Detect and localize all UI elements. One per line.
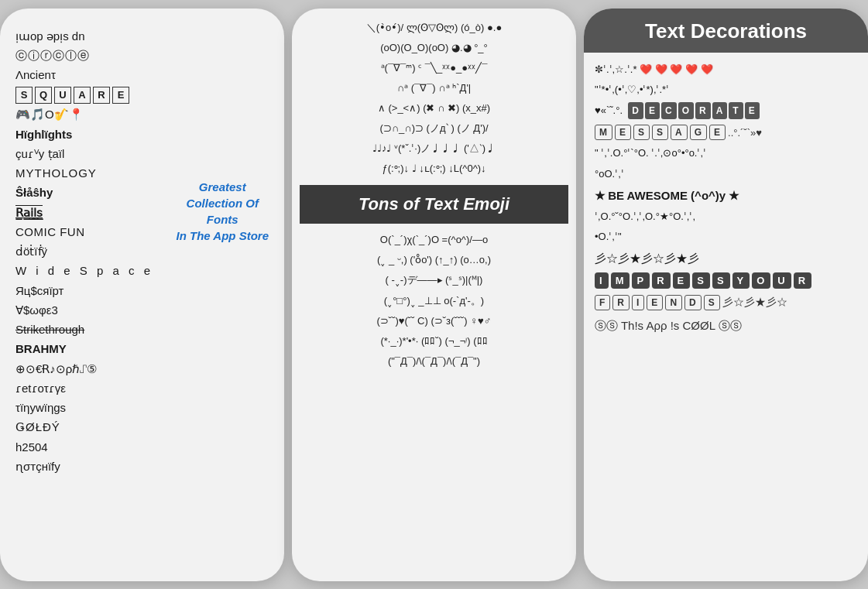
font-emoji: 🎮🎵O🎷📍 — [15, 105, 269, 123]
badge-e: E — [645, 102, 660, 120]
kaomoji-row: ＼(•̀o•́)/ ლ(ʘ▽ʘლ) (ó_ò) ●.● — [300, 19, 568, 36]
badge-g2: G — [690, 125, 707, 140]
cool-line: ⓢⓢ Th!s Aρρ !s CØØL ⓢⓢ — [595, 319, 857, 334]
sq-q: Q — [35, 87, 52, 104]
panel-decorations: Text Decorations ✼ˈ.ˈ,☆.ˈ.* ❤️ ❤️ ❤️ ❤️ … — [584, 9, 868, 581]
sq-a: A — [74, 87, 91, 104]
panel1-content: ᴉɯop ǝpᴉs dn ⓒⓘⓡⓒⓛⓔ Λncienτ S Q U A R E … — [0, 9, 284, 581]
font-widespace: W i d e S p a c e — [15, 262, 269, 279]
badge-c: C — [661, 102, 677, 120]
kaomoji-row: ᵃ(¯∇¯ᵐ) ᶜ ¯╲_ᵡᵡ●_●ᵡᵡ╱¯ — [300, 60, 568, 77]
panel3-header: Text Decorations — [584, 9, 868, 53]
friends-row: F R I E N D S 彡☆彡★彡☆ — [595, 295, 857, 310]
font-notch: ɳσтçнïfу — [15, 457, 269, 475]
badge-a2: A — [671, 125, 688, 140]
kaomoji-row: (*·_·)*'•*· (ﾛﾛ˘) (¬_¬ᵎ) (ﾛﾛ — [300, 333, 568, 350]
kaomoji-row: ♩♩♪♩ ᵛ(*ˇ.ˈ·)ノ♩♩♩ ('△ˋ)♩ — [300, 140, 568, 157]
kaomoji-row: (⊃˘˘)♥(˘˘ C) (⊃˘з(˘˘˘) ♀♥♂ — [300, 313, 568, 330]
deco-dot-o: •O.ˈ,ˈ" — [595, 229, 857, 245]
panel3-body: ✼ˈ.ˈ,☆.ˈ.* ❤️ ❤️ ❤️ ❤️ ❤️ "ˈ*•ˈ,(•ˈ,♡,•ˈ… — [584, 53, 868, 581]
fr-i: I — [632, 295, 644, 310]
font-goldy: ǤØŁÐÝ — [15, 418, 269, 436]
deco-quote: ♥«`˜.°. DECORATE — [595, 102, 857, 120]
imp-r2: R — [794, 272, 811, 289]
imp-s2: S — [712, 272, 730, 289]
badge-e4: E — [709, 125, 726, 140]
fr-d: D — [684, 295, 702, 310]
panel2-content: ＼(•̀o•́)/ ლ(ʘ▽ʘლ) (ó_ò) ●.● (oO)(O_O)(oO… — [292, 9, 576, 581]
font-dotify: ḋöṫïḟÿ — [15, 242, 269, 260]
kaomoji-row: (oO)(O_O)(oO) ◕.◕ °_° — [300, 39, 568, 57]
deco-star-pattern: ˈ,O.°˘°O.ˈ,ˈ,O.°★°O.ˈ,ˈ, — [595, 209, 857, 224]
imp-r: R — [652, 272, 670, 289]
imp-o: O — [752, 272, 770, 289]
sq-s: S — [15, 87, 33, 104]
kaomoji-scroll: ＼(•̀o•́)/ ლ(ʘ▽ʘლ) (ó_ò) ●.● (oO)(O_O)(oO… — [292, 9, 576, 581]
badge-e2: E — [745, 102, 760, 120]
deco-o-pattern2: °oO.ˈ,ˈ — [595, 166, 857, 182]
badge-a: A — [712, 102, 728, 120]
sq-u: U — [54, 87, 71, 104]
imp-m: M — [611, 272, 630, 289]
panel3-content: Text Decorations ✼ˈ.ˈ,☆.ˈ.* ❤️ ❤️ ❤️ ❤️ … — [584, 9, 868, 581]
font-dollar: ∀$ωφε3 — [15, 301, 269, 319]
kaomoji-row: (⊃∩_∩)⊃ (ノдˋ) (ノ Д')/ — [300, 120, 568, 137]
font-script: Яц$сяïрт — [15, 282, 269, 300]
imp-i: I — [595, 272, 609, 289]
font-curvy: çuɾⱽy ṭaïl — [15, 145, 269, 163]
badge-d: D — [628, 102, 643, 120]
kaomoji-row: ( -ˬ-)デ——▸ (ˢ_ˢ)|(ᴹ|) — [300, 272, 568, 289]
promo-line4: In The App Store — [177, 228, 269, 244]
deco-samurai: 彡☆彡★彡☆彡★彡 — [595, 249, 857, 267]
font-strike: Strikethrough — [15, 320, 269, 338]
badge-s2: S — [652, 125, 668, 140]
impress-row: I M P R E S S Y O U R — [595, 272, 857, 289]
panel-fonts: ᴉɯop ǝpᴉs dn ⓒⓘⓡⓒⓛⓔ Λncienτ S Q U A R E … — [0, 9, 284, 581]
badge-t: T — [729, 102, 743, 120]
sq-e: E — [112, 87, 129, 104]
imp-e: E — [673, 272, 691, 289]
font-circle: ⓒⓘⓡⓒⓛⓔ — [15, 46, 269, 64]
promo-text: Greatest Collection Of Fonts In The App … — [177, 179, 269, 244]
message-row: M E S S A G E ..°.´˘`»♥ — [595, 125, 857, 140]
badge-s1: S — [633, 125, 650, 140]
kaomoji-row: ƒ(:ᵒ;)↓ ♩ ↓ʟ(:ᵒ;) ↓L(^0^)↓ — [300, 160, 568, 177]
deco-hearts: ✼ˈ.ˈ,☆.ˈ.* ❤️ ❤️ ❤️ ❤️ ❤️ — [595, 62, 857, 77]
deco-o-pattern: " ˈ,ˈ.O.°ˈ`°O. ˈ.ˈ,⊙o°•°o.ˈ,ˈ — [595, 146, 857, 161]
promo-line3: Fonts — [177, 211, 269, 228]
fr-r: R — [612, 295, 630, 310]
imp-p: P — [632, 272, 650, 289]
font-upside-down: ᴉɯop ǝpᴉs dn — [15, 27, 269, 45]
deco-awesome: ★ BE AWESOME (^o^)y ★ — [595, 187, 857, 204]
fr-f: F — [595, 295, 610, 310]
font-brahmy: BRAHMY — [15, 340, 269, 358]
fr-e: E — [647, 295, 663, 310]
font-retro: ɾetɾoτɾγε — [15, 379, 269, 397]
imp-s1: S — [692, 272, 710, 289]
font-square: S Q U A R E — [15, 85, 269, 104]
promo-line2: Collection Of — [177, 195, 269, 211]
panel-kaomoji: ＼(•̀o•́)/ ლ(ʘ▽ʘლ) (ó_ò) ●.● (oO)(O_O)(oO… — [292, 9, 576, 581]
badge-r: R — [695, 102, 711, 120]
font-highlights: Hïghlïghts — [15, 125, 269, 143]
kaomoji-row: ∧ (>_<∧) (✖ ∩ ✖) (x_x#) — [300, 100, 568, 117]
font-h2504: h2504 — [15, 438, 269, 456]
kaomoji-row: (ˬ _ ᵕ,) ('o̊o') (↑_↑) (o…o,) — [300, 252, 568, 269]
font-symbols: ⊕⊙€Ɍ♪⊙ρℏ⑀⑤ — [15, 360, 269, 378]
deco-dots: "ˈ*•ˈ,(•ˈ,♡,•ˈ*),ˈ.*ˈ — [595, 82, 857, 98]
badge-m: M — [595, 125, 612, 140]
promo-line1: Greatest — [177, 179, 269, 195]
kaomoji-row: (ˬ°□°)ˬ _⊥⊥ o(-`д'-。) — [300, 293, 568, 310]
kaomoji-row: ("¯Д¯)/\(¯Д¯)/\(¯Д¯") — [300, 353, 568, 370]
kaomoji-row: O(`_´)χ(`_´)O =(^o^)/—o — [300, 231, 568, 248]
imp-u: U — [773, 272, 791, 289]
badge-e3: E — [615, 125, 631, 140]
friends-suffix: 彡☆彡★彡☆ — [722, 296, 787, 310]
kaomoji-row: ∩ᵃ (¯∇¯) ∩ᵃ ʰ`Д'| — [300, 80, 568, 97]
deco-suffix: ..°.´˘`»♥ — [728, 127, 762, 139]
tons-banner: Tons of Text Emoji — [300, 185, 568, 224]
imp-y: Y — [732, 272, 750, 289]
badge-o: O — [678, 102, 694, 120]
sq-r: R — [93, 87, 110, 104]
font-ancient: Λncienτ — [15, 66, 269, 84]
